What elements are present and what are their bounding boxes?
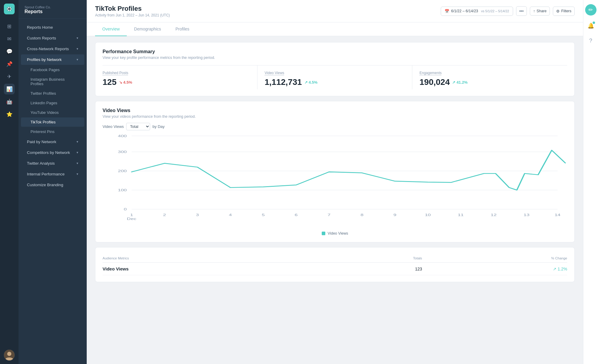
filters-icon: ⚙ <box>556 9 560 13</box>
notification-badge <box>593 22 595 24</box>
svg-point-1 <box>7 352 11 356</box>
share-button[interactable]: ↑ Share <box>530 7 550 16</box>
svg-text:200: 200 <box>118 169 127 173</box>
chevron-down-icon: ▾ <box>77 151 78 155</box>
svg-text:7: 7 <box>328 213 331 217</box>
svg-text:300: 300 <box>118 150 127 154</box>
svg-text:12: 12 <box>491 213 497 217</box>
nav-paid-by-network[interactable]: Paid by Network ▾ <box>21 137 84 147</box>
nav-twitter-profiles[interactable]: Twitter Profiles <box>21 89 84 98</box>
notifications-icon[interactable]: 🔔 <box>586 21 596 30</box>
nav-customize-branding[interactable]: Customize Branding <box>21 180 84 190</box>
tab-demographics[interactable]: Demographics <box>127 22 168 36</box>
date-range-label: 6/1/22 – 6/14/23 <box>451 9 478 13</box>
rail-inbox-icon[interactable]: ✉ <box>4 33 15 44</box>
svg-text:9: 9 <box>393 213 396 217</box>
audience-metrics-table: Audience Metrics Totals % Change Video V… <box>103 254 567 275</box>
help-icon[interactable]: ? <box>586 36 596 45</box>
col-header-change: % Change <box>422 254 567 263</box>
svg-text:6: 6 <box>295 213 298 217</box>
chart-area: 0 100 200 300 400 1 Dec 2 3 4 5 6 7 <box>103 133 567 228</box>
date-range-button[interactable]: 📅 6/1/22 – 6/14/23 vs 5/1/22 – 5/14/22 <box>441 7 513 16</box>
nav-internal-performance[interactable]: Internal Performance ▾ <box>21 169 84 179</box>
perf-published-label: Published Posts <box>103 71 250 75</box>
rail-publish-icon[interactable]: ✈ <box>4 71 15 82</box>
nav-tiktok-profiles[interactable]: TikTok Profiles <box>21 117 84 127</box>
svg-text:Dec: Dec <box>127 217 136 221</box>
nav-custom-reports[interactable]: Custom Reports ▾ <box>21 33 84 43</box>
perf-video-value: 1,112,731 ↗ 4.5% <box>265 77 405 87</box>
main-content: TikTok Profiles Activity from Jun 1, 202… <box>87 0 583 364</box>
perf-video-change: ↗ 4.5% <box>304 80 318 85</box>
legend-color-dot <box>322 232 325 235</box>
svg-text:100: 100 <box>118 188 127 192</box>
tab-overview[interactable]: Overview <box>95 22 127 36</box>
sidebar: Sprout Coffee Co. Reports Reports Home C… <box>19 0 87 364</box>
filters-button[interactable]: ⚙ Filters <box>553 7 575 16</box>
perf-engage-change: ↗ 41.2% <box>452 80 467 85</box>
nav-twitter-analysis[interactable]: Twitter Analysis ▾ <box>21 158 84 169</box>
rail-reports-icon[interactable]: 📊 <box>4 84 15 94</box>
nav-facebook-pages[interactable]: Facebook Pages <box>21 65 84 74</box>
more-options-button[interactable]: ••• <box>516 6 527 16</box>
legend-label: Video Views <box>328 231 348 235</box>
user-avatar[interactable] <box>4 350 15 360</box>
nav-competitors-by-network[interactable]: Competitors by Network ▾ <box>21 147 84 158</box>
nav-cross-network[interactable]: Cross-Network Reports ▾ <box>21 44 84 54</box>
chart-by-label: by Day <box>152 124 164 129</box>
sidebar-title: Reports <box>25 9 81 14</box>
rail-messages-icon[interactable]: 💬 <box>4 46 15 57</box>
nav-reports-home[interactable]: Reports Home <box>21 22 84 33</box>
svg-text:11: 11 <box>458 213 464 217</box>
rail-home-icon[interactable]: ⊞ <box>4 21 15 32</box>
sidebar-header: Sprout Coffee Co. Reports <box>19 0 87 19</box>
perf-engage-label: Engagements <box>419 71 560 75</box>
nav-profiles-by-network[interactable]: Profiles by Network ▾ <box>21 54 84 65</box>
svg-text:3: 3 <box>196 213 199 217</box>
nav-linkedin-pages[interactable]: LinkedIn Pages <box>21 98 84 108</box>
audience-metrics-card: Audience Metrics Totals % Change Video V… <box>95 247 575 282</box>
chevron-down-icon: ▾ <box>77 36 78 40</box>
icon-rail: ⊞ ✉ 💬 📌 ✈ 📊 🤖 ⭐ <box>0 0 19 364</box>
perf-video-views: Video Views 1,112,731 ↗ 4.5% <box>257 65 412 89</box>
page-title: TikTok Profiles <box>95 5 170 13</box>
rail-pin-icon[interactable]: 📌 <box>4 59 15 69</box>
nav-pinterest-pins[interactable]: Pinterest Pins <box>21 127 84 136</box>
chart-filter-label: Video Views <box>103 124 124 129</box>
calendar-icon: 📅 <box>445 9 449 13</box>
metric-name-video-views: Video Views <box>103 263 341 275</box>
chart-filter-select[interactable]: Total Unique <box>126 123 150 130</box>
tab-profiles[interactable]: Profiles <box>168 22 197 36</box>
top-bar-left: TikTok Profiles Activity from Jun 1, 202… <box>95 5 170 17</box>
video-views-card: Video Views View your videos performance… <box>95 101 575 242</box>
tabs-bar: Overview Demographics Profiles <box>87 22 583 36</box>
compose-button[interactable]: ✏ <box>585 4 597 16</box>
share-icon: ↑ <box>533 9 535 13</box>
nav-instagram-profiles[interactable]: Instagram Business Profiles <box>21 75 84 88</box>
svg-text:13: 13 <box>524 213 530 217</box>
top-bar: TikTok Profiles Activity from Jun 1, 202… <box>87 0 583 22</box>
metric-change-video-views: ↗ 1.2% <box>422 263 567 275</box>
chart-legend: Video Views <box>103 231 567 235</box>
performance-summary-card: Performance Summary View your key profil… <box>95 42 575 96</box>
svg-text:4: 4 <box>229 213 232 217</box>
company-name: Sprout Coffee Co. <box>25 5 81 9</box>
chevron-down-icon: ▾ <box>77 140 78 144</box>
chevron-down-icon: ▾ <box>77 161 78 165</box>
rail-star-icon[interactable]: ⭐ <box>4 109 15 120</box>
perf-published-posts: Published Posts 125 ↘ 4.5% <box>103 65 257 89</box>
svg-text:14: 14 <box>555 213 561 217</box>
perf-published-change: ↘ 4.5% <box>119 80 132 85</box>
perf-summary-subtitle: View your key profile performance metric… <box>103 56 567 60</box>
logo-icon[interactable] <box>4 4 15 14</box>
svg-text:8: 8 <box>361 213 364 217</box>
sidebar-nav: Reports Home Custom Reports ▾ Cross-Netw… <box>19 19 87 364</box>
metric-total-video-views: 123 <box>341 263 422 275</box>
chevron-down-icon: ▾ <box>77 172 78 176</box>
vs-label: vs 5/1/22 – 5/14/22 <box>481 9 509 13</box>
rail-bot-icon[interactable]: 🤖 <box>4 96 15 107</box>
nav-youtube-videos[interactable]: YouTube Videos <box>21 108 84 117</box>
perf-published-value: 125 ↘ 4.5% <box>103 77 250 87</box>
table-row: Video Views 123 ↗ 1.2% <box>103 263 567 275</box>
perf-engagements: Engagements 190,024 ↗ 41.2% <box>412 65 567 89</box>
